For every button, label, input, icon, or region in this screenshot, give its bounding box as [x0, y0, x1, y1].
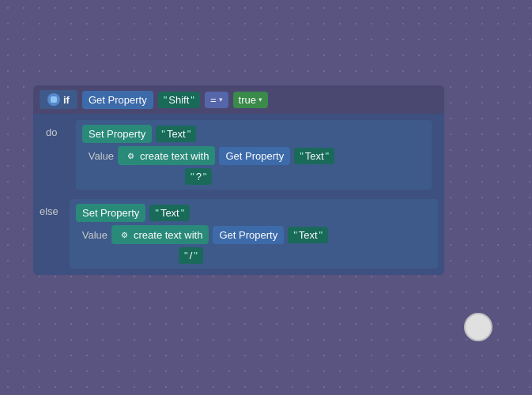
else-slash-row: " / " — [76, 247, 432, 264]
if-header-row: if Get Property " Shift " = ▾ — [33, 85, 444, 114]
open-quote-do-text2: " — [300, 150, 304, 162]
close-quote-q: " — [203, 171, 207, 182]
else-content: Set Property " Text " Value ⚙ cre — [70, 199, 438, 269]
do-question-mark: ? — [196, 171, 202, 182]
do-question-row: " ? " — [82, 168, 425, 185]
do-value-row: Value ⚙ create text with Get Property " … — [82, 146, 425, 165]
else-get-property2-label: Get Property — [219, 229, 277, 241]
equals-label: = — [210, 94, 217, 106]
do-question-pill[interactable]: " ? " — [185, 168, 212, 185]
open-quote-do-text: " — [161, 128, 165, 140]
do-section-wrapper: do Set Property " Text " — [33, 114, 444, 196]
else-label: else — [40, 199, 65, 217]
do-get-property2-label: Get Property — [225, 150, 284, 162]
else-text-value2-pill[interactable]: " Text " — [288, 227, 328, 243]
else-value-row: Value ⚙ create text with Get Property " … — [76, 225, 432, 244]
do-text-value-pill[interactable]: " Text " — [156, 126, 196, 142]
else-get-property2[interactable]: Get Property — [213, 226, 284, 244]
equals-dropdown[interactable]: = ▾ — [205, 92, 228, 108]
else-slash-pill[interactable]: " / " — [179, 247, 203, 264]
open-quote-slash: " — [184, 250, 188, 261]
if-label: if — [63, 94, 70, 106]
else-text-value2: Text — [299, 229, 318, 241]
else-text-value-pill[interactable]: " Text " — [149, 205, 190, 221]
gear-icon-do: ⚙ — [124, 149, 137, 162]
true-caret: ▾ — [258, 96, 262, 103]
close-quote-else-text: " — [181, 207, 185, 219]
do-text-value2: Text — [305, 150, 324, 162]
do-text-value: Text — [167, 128, 186, 140]
else-set-property-label: Set Property — [82, 207, 139, 219]
close-quote-else-text2: " — [319, 229, 323, 241]
close-quote-do-text: " — [187, 128, 191, 140]
shift-text: Shift — [168, 94, 189, 106]
do-get-property2[interactable]: Get Property — [219, 147, 290, 165]
do-set-property-row: Set Property " Text " — [82, 125, 425, 143]
canvas: if Get Property " Shift " = ▾ — [0, 0, 532, 395]
do-create-text[interactable]: ⚙ create text with — [118, 146, 215, 165]
do-text-value2-pill[interactable]: " Text " — [294, 148, 334, 164]
do-create-text-label: create text with — [140, 150, 209, 162]
else-section: else Set Property " Text " — [33, 196, 444, 275]
do-content: Set Property " Text " Value — [76, 120, 432, 190]
else-create-text-label: create text with — [134, 229, 202, 241]
shift-value-pill[interactable]: " Shift " — [158, 92, 200, 108]
open-quote-else-text2: " — [293, 229, 297, 241]
get-property-condition[interactable]: Get Property — [82, 91, 153, 109]
block-outer: if Get Property " Shift " = ▾ — [33, 85, 444, 275]
else-slash-value: / — [190, 250, 193, 261]
true-label: true — [239, 94, 256, 106]
else-text-value: Text — [160, 207, 179, 219]
do-set-property-label: Set Property — [89, 128, 145, 140]
else-create-text[interactable]: ⚙ create text with — [111, 225, 209, 244]
true-dropdown[interactable]: true ▾ — [233, 92, 268, 108]
open-quote-shift: " — [164, 94, 168, 106]
circle-button[interactable] — [464, 313, 492, 341]
if-keyword: if — [40, 90, 77, 109]
else-set-property-row: Set Property " Text " — [76, 204, 432, 222]
gear-icon-else: ⚙ — [118, 228, 130, 241]
equals-caret: ▾ — [219, 96, 223, 103]
do-section: do Set Property " Text " — [40, 117, 438, 193]
do-set-property[interactable]: Set Property — [82, 125, 152, 143]
get-property-label: Get Property — [89, 94, 147, 106]
close-quote-do-text2: " — [326, 150, 330, 162]
do-label: do — [46, 120, 71, 138]
open-quote-q: " — [191, 171, 194, 182]
if-icon — [47, 93, 60, 106]
else-value-label: Value — [76, 229, 108, 241]
close-quote-shift: " — [191, 94, 194, 106]
open-quote-else-text: " — [155, 207, 159, 219]
do-value-label: Value — [82, 150, 114, 162]
svg-rect-0 — [51, 96, 57, 103]
close-quote-slash: " — [194, 250, 198, 261]
else-set-property[interactable]: Set Property — [76, 204, 145, 222]
if-block: if Get Property " Shift " = ▾ — [33, 85, 444, 275]
